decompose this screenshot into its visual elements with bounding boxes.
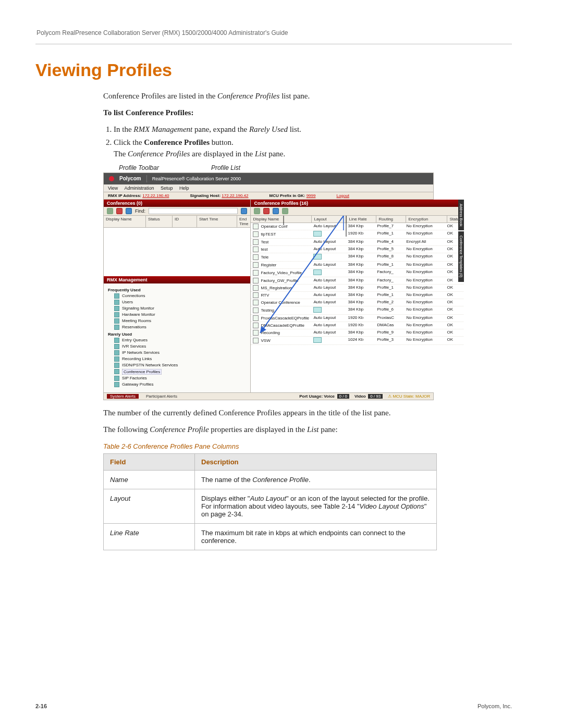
toolbar-icon[interactable] [107,208,113,214]
address-bar: RMX IP Address: 172.22.190.40 Signaling … [104,192,433,200]
step-1: In the RMX Management pane, expand the R… [114,124,512,135]
table-row[interactable]: RecordingAuto Layout384 KbpProfile_9No E… [251,329,463,337]
tree-group-rarely-used[interactable]: Rarely Used [108,332,250,337]
profile-icon [253,270,259,276]
profile-icon [253,239,259,245]
menu-help[interactable]: Help [179,186,189,191]
tree-item[interactable]: SIP Factories [114,376,250,381]
table-row: LayoutDisplays either "Auto Layout" or a… [104,489,437,524]
table-row[interactable]: Operator ConfAuto Layout384 KbpProfile_7… [251,223,463,230]
table-row[interactable]: MS_RegistrationAuto Layout384 KbpProfile… [251,285,463,292]
tree-item[interactable]: Conference Profiles [114,369,250,375]
table-row[interactable]: ProxiasCascadeEQProfileAuto Layout1920 K… [251,315,463,322]
search-icon[interactable] [241,208,247,214]
footer-company: Polycom, Inc. [478,703,512,709]
table-row[interactable]: Tele384 KbpProfile_8No EncryptionOK [251,253,463,262]
th-description: Description [195,454,437,471]
tree-icon [114,350,119,355]
table-row[interactable]: VSW1024 KbProfile_3No EncryptionOK [251,337,463,345]
tree-item[interactable]: Signaling Monitor [114,306,250,311]
tree-icon [114,356,119,362]
find-input[interactable] [149,208,238,214]
page-number: 2-16 [35,703,47,709]
tree-item[interactable]: IVR Services [114,344,250,349]
table-row[interactable]: tipTEST1920 KbProfile_1No EncryptionOK [251,230,463,239]
profiles-toolbar[interactable] [251,207,463,216]
polycom-logo-icon [109,176,114,181]
callout-list: Profile List [211,164,240,171]
table-row[interactable]: DMACascadeEQProfileAuto Layout1920 KbDMA… [251,322,463,329]
table-row[interactable]: RTVAuto Layout384 KbpProfile_1No Encrypt… [251,292,463,299]
app-screenshot: Polycom RealPresence® Collaboration Serv… [103,172,434,400]
profile-icon [253,338,259,343]
side-tab-address-book[interactable]: Address Book [458,200,464,231]
system-alerts[interactable]: System Alerts [107,394,139,399]
management-tree[interactable]: Frequently Used ConnectionsUsersSignalin… [104,283,250,392]
table-row[interactable]: TestAuto Layout384 KbpProfile_4Encrypt A… [251,239,463,246]
tree-icon [114,300,119,305]
tree-item[interactable]: Hardware Monitor [114,312,250,317]
callout-labels: Profile Toolbar Profile List [119,164,512,171]
layout-thumbnail-icon [313,307,322,313]
profiles-grid[interactable]: Operator ConfAuto Layout384 KbpProfile_7… [251,223,463,392]
toolbar-icon[interactable] [282,208,288,214]
tree-item[interactable]: ISDN/PSTN Network Services [114,363,250,368]
app-titlebar: Polycom RealPresence® Collaboration Serv… [104,173,433,184]
profile-icon [253,278,259,283]
paragraph-count-note: The number of the currently defined Conf… [103,408,512,419]
tree-item[interactable]: Meeting Rooms [114,318,250,324]
new-profile-icon[interactable] [254,208,260,214]
tree-icon [114,293,119,299]
menu-setup[interactable]: Setup [161,186,173,191]
profiles-columns: Display NameLayoutLine RateRoutingEncryp… [251,216,463,223]
brand-text: Polycom [119,176,141,181]
layout-thumbnail-icon [313,254,322,260]
profile-icon [253,323,259,328]
conferences-empty-grid [104,228,250,276]
layout-thumbnail-icon [313,337,322,343]
tree-item[interactable]: Reservations [114,325,250,330]
tree-item[interactable]: IP Network Services [114,350,250,355]
menu-administration[interactable]: Administration [124,186,154,191]
status-bar: System Alerts Participant Alerts Port Us… [104,392,433,400]
menu-bar[interactable]: View Administration Setup Help [104,184,433,192]
tree-icon [114,363,119,368]
profile-icon [253,285,259,291]
tree-group-frequently-used[interactable]: Frequently Used [108,288,250,292]
tree-icon [114,338,119,343]
logout-link[interactable]: Logout [336,193,349,198]
tree-icon [114,325,119,330]
table-row: Line RateThe maximum bit rate in kbps at… [104,524,437,550]
table-caption: Table 2-6 Conference Profiles Pane Colum… [103,442,512,450]
participant-alerts[interactable]: Participant Alerts [146,394,177,399]
profile-icon [253,254,259,260]
tree-icon [114,344,119,349]
side-tab-conference-templates[interactable]: Conference Templates (0) [458,231,464,281]
management-pane-title: RMX Management [104,276,250,283]
tree-item[interactable]: Users [114,300,250,305]
delete-icon[interactable] [116,208,123,214]
tree-item[interactable]: Gateway Profiles [114,382,250,387]
table-row[interactable]: Operator ConferenceAuto Layout384 KbpPro… [251,299,463,306]
page-title: Viewing Profiles [35,60,512,80]
table-row[interactable]: RegisterAuto Layout384 KbpProfile_1No En… [251,262,463,269]
running-header: Polycom RealPresence Collaboration Serve… [36,29,512,36]
tree-item[interactable]: Connections [114,293,250,299]
menu-view[interactable]: View [108,186,118,191]
toolbar-icon[interactable] [126,208,132,214]
table-row[interactable]: Factory_GW_ProfileAuto Layout384 KbpFact… [251,277,463,285]
tree-item[interactable]: Entry Queues [114,338,250,343]
app-title: RealPresence® Collaboration Server 2000 [152,176,241,181]
profile-icon [253,246,259,252]
intro-paragraph: Conference Profiles are listed in the Co… [103,91,512,102]
table-row[interactable]: testAuto Layout384 KbpProfile_5No Encryp… [251,246,463,253]
table-row[interactable]: Factory_Video_Profile384 KbpFactory_No E… [251,269,463,277]
tree-item[interactable]: Recording Links [114,356,250,362]
table-row[interactable]: Testing384 KbpProfile_6No EncryptionOK [251,306,463,315]
toolbar-icon[interactable] [273,208,279,214]
tree-icon [114,318,119,324]
delete-profile-icon[interactable] [263,208,270,214]
conferences-toolbar[interactable]: Find: [104,207,250,216]
step-2: Click the Conference Profiles button. Th… [114,137,512,160]
th-field: Field [104,454,195,471]
